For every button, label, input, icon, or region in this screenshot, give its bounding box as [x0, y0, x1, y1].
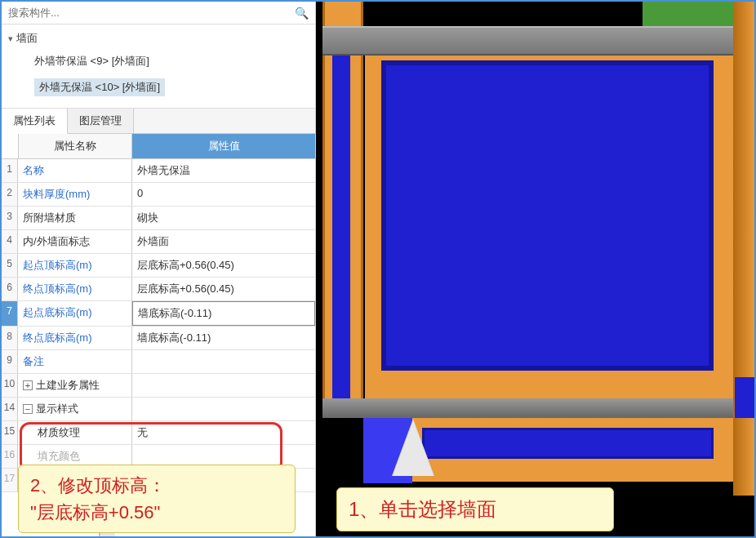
model-right-edge [733, 2, 754, 496]
row-index: 15 [2, 421, 18, 444]
property-name: +土建业务属性 [18, 374, 132, 397]
property-name: 起点底标高(m) [18, 301, 132, 326]
row-index: 4 [2, 230, 18, 253]
component-tree: ▾ 墙面 外墙带保温 <9> [外墙面] 外墙无保温 <10> [外墙面] [2, 24, 315, 109]
search-input[interactable] [8, 7, 295, 19]
callout-step-2: 2、修改顶标高： "层底标高+0.56" [18, 465, 296, 533]
row-index: 10 [2, 374, 18, 397]
model-window [381, 60, 714, 371]
header-value: 属性值 [132, 134, 315, 158]
property-value[interactable]: 砌块 [132, 207, 315, 229]
callout-step-1: 1、单击选择墙面 [336, 487, 614, 531]
row-index: 3 [2, 207, 18, 229]
row-index: 2 [2, 183, 18, 206]
property-row[interactable]: 8终点底标高(m)墙底标高(-0.11) [2, 327, 315, 350]
property-value[interactable]: 外墙无保温 [132, 159, 315, 182]
callout-2-line1: 2、修改顶标高： [30, 472, 283, 499]
property-name: 块料厚度(mm) [18, 183, 132, 206]
model-right-blue [735, 377, 754, 418]
property-value[interactable]: 层底标高+0.56(0.45) [132, 278, 315, 300]
search-bar: 🔍 [2, 2, 315, 24]
property-row[interactable]: 3所附墙材质砌块 [2, 207, 315, 230]
row-index: 17 [2, 469, 18, 491]
property-row[interactable]: 15材质纹理无 [2, 421, 315, 445]
caret-down-icon: ▾ [8, 33, 13, 44]
property-value[interactable]: 层底标高+0.56(0.45) [132, 254, 315, 277]
model-window-bottom [422, 428, 714, 459]
model-column-inner [332, 56, 350, 398]
row-index: 9 [2, 350, 18, 373]
property-value[interactable] [132, 374, 315, 397]
property-name: 名称 [18, 159, 132, 182]
tree-item-selected[interactable]: 外墙无保温 <10> [外墙面] [34, 78, 165, 96]
property-row[interactable]: 4内/外墙面标志外墙面 [2, 230, 315, 254]
left-panel: 🔍 ▾ 墙面 外墙带保温 <9> [外墙面] 外墙无保温 <10> [外墙面] … [2, 2, 316, 536]
property-name: −显示样式 [18, 398, 132, 420]
expand-icon[interactable]: + [23, 380, 33, 390]
tab-layers[interactable]: 图层管理 [68, 109, 134, 133]
callout-1-pointer [393, 420, 434, 476]
property-name: 内/外墙面标志 [18, 230, 132, 253]
tree-root-label: 墙面 [16, 31, 38, 46]
property-value[interactable]: 0 [132, 183, 315, 206]
tabs: 属性列表 图层管理 [2, 109, 315, 134]
viewport-3d[interactable] [316, 2, 754, 536]
callout-2-line2: "层底标高+0.56" [30, 499, 283, 526]
row-index: 8 [2, 327, 18, 349]
property-value[interactable]: 外墙面 [132, 230, 315, 253]
property-row[interactable]: 5起点顶标高(m)层底标高+0.56(0.45) [2, 254, 315, 278]
row-index: 6 [2, 278, 18, 300]
tree-root[interactable]: ▾ 墙面 [2, 29, 315, 47]
property-name: 终点底标高(m) [18, 327, 132, 349]
property-name: 材质纹理 [18, 421, 132, 444]
model-beam-top [322, 26, 754, 56]
property-row[interactable]: 2块料厚度(mm)0 [2, 183, 315, 207]
header-name: 属性名称 [18, 134, 132, 158]
property-row[interactable]: 7起点底标高(m)墙底标高(-0.11) [2, 301, 315, 327]
row-index: 5 [2, 254, 18, 277]
property-name: 所附墙材质 [18, 207, 132, 229]
property-name: 终点顶标高(m) [18, 278, 132, 300]
collapse-icon[interactable]: − [23, 404, 33, 414]
property-name: 起点顶标高(m) [18, 254, 132, 277]
row-index: 16 [2, 445, 18, 468]
property-name: 备注 [18, 350, 132, 373]
row-index: 1 [2, 159, 18, 182]
search-icon[interactable]: 🔍 [295, 7, 309, 20]
property-value[interactable]: 无 [132, 421, 315, 444]
property-value[interactable] [132, 398, 315, 420]
property-value[interactable] [132, 350, 315, 373]
property-row[interactable]: 14−显示样式 [2, 398, 315, 421]
property-header: 属性名称 属性值 [2, 134, 315, 159]
tab-properties[interactable]: 属性列表 [2, 109, 68, 134]
row-index: 14 [2, 398, 18, 420]
property-row[interactable]: 6终点顶标高(m)层底标高+0.56(0.45) [2, 278, 315, 301]
callout-1-text: 1、单击选择墙面 [349, 498, 496, 520]
property-value[interactable]: 墙底标高(-0.11) [132, 327, 315, 349]
row-index: 7 [2, 301, 18, 326]
property-row[interactable]: 10+土建业务属性 [2, 374, 315, 398]
model-beam-mid [322, 398, 754, 418]
property-value[interactable]: 墙底标高(-0.11) [132, 301, 315, 326]
property-row[interactable]: 1名称外墙无保温 [2, 159, 315, 183]
property-row[interactable]: 9备注 [2, 350, 315, 374]
tree-item[interactable]: 外墙带保温 <9> [外墙面] [2, 51, 315, 72]
